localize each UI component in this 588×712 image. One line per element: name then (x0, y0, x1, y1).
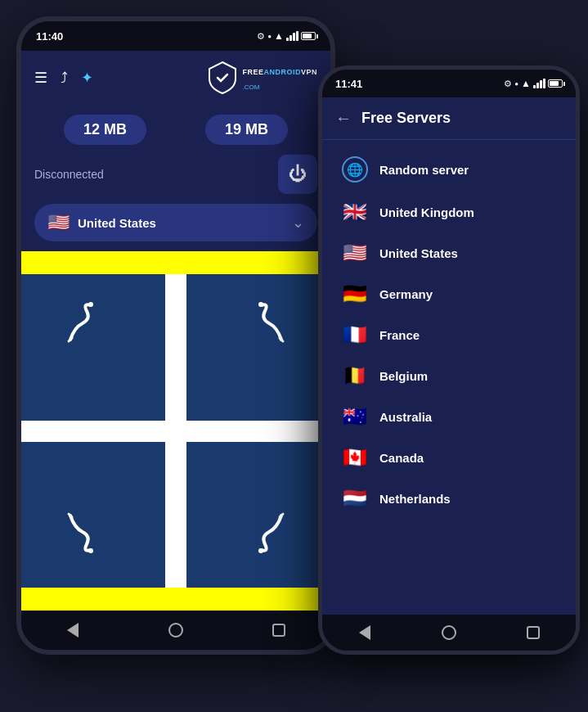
svg-point-2 (88, 548, 93, 553)
phone2-bottom-nav (322, 615, 576, 651)
nav-back-button[interactable] (61, 619, 84, 642)
flag-display (21, 251, 330, 611)
flag-stripe-top (21, 251, 330, 274)
phone2: 11:41 ⚙ ● ▲ ← Free Server (318, 65, 580, 655)
signal-icon (286, 31, 298, 41)
phone2-nav-back[interactable] (353, 621, 376, 644)
phone1: 11:40 ⚙ ● ▲ ☰ (16, 16, 335, 655)
chevron-down-icon: ⌄ (292, 214, 304, 232)
server-flag: 🇺🇸 (342, 241, 368, 264)
settings-icon2: ⚙ (504, 79, 512, 89)
servers-title: Free Servers (361, 110, 451, 127)
server-item[interactable]: 🇧🇪 Belgium (329, 356, 569, 395)
server-item[interactable]: 🇳🇱 Netherlands (329, 479, 569, 518)
wifi-icon2: ▲ (521, 78, 531, 89)
share-icon[interactable]: ⤴ (61, 70, 68, 87)
phone2-status-icons: ⚙ ● ▲ (504, 78, 563, 89)
cross-vertical (165, 274, 186, 588)
phone2-nav-home[interactable] (438, 621, 460, 644)
signal-icon2 (533, 79, 545, 88)
svg-point-0 (88, 302, 93, 307)
phone1-status-bar: 11:40 ⚙ ● ▲ (21, 21, 330, 51)
server-name: Netherlands (379, 492, 451, 506)
battery-icon2 (548, 79, 563, 88)
server-item[interactable]: 🇩🇪 Germany (329, 274, 569, 313)
home-icon (168, 623, 183, 638)
nav-recents-button[interactable] (267, 619, 290, 642)
server-name: Belgium (379, 369, 428, 383)
server-flag: 🇳🇱 (342, 487, 368, 510)
server-list: 🌐 Random server 🇬🇧 United Kingdom 🇺🇸 Uni… (322, 140, 576, 615)
phone1-bottom-nav (21, 611, 330, 650)
server-flag: 🇧🇪 (342, 364, 368, 387)
snake-bottom-right (240, 507, 290, 563)
svg-point-3 (258, 548, 263, 553)
globe-icon: 🌐 (342, 156, 368, 183)
server-item[interactable]: 🇬🇧 United Kingdom (329, 192, 569, 232)
phone1-app-content: ☰ ⤴ ✦ FREEANDROIDVPN .COM (21, 51, 330, 611)
phone2-time: 11:41 (335, 78, 362, 90)
back-arrow-icon[interactable]: ← (335, 109, 352, 128)
shield-logo (208, 61, 237, 95)
wifi-icon: ▲ (274, 30, 284, 42)
server-item[interactable]: 🇺🇸 United States (329, 233, 569, 273)
settings-icon: ⚙ (257, 31, 265, 42)
back-icon (67, 623, 79, 638)
dot-icon2: ● (514, 80, 518, 88)
server-item[interactable]: 🇨🇦 Canada (329, 438, 569, 477)
upload-stat: 19 MB (205, 115, 288, 145)
server-item[interactable]: 🇦🇺 Australia (329, 397, 569, 436)
phone2-nav-recents[interactable] (522, 621, 545, 644)
server-flag: 🇬🇧 (342, 201, 368, 223)
recents-icon (272, 624, 285, 637)
scene: 11:40 ⚙ ● ▲ ☰ (0, 0, 588, 712)
servers-header: ← Free Servers (322, 97, 576, 140)
server-name: Random server (379, 163, 469, 177)
server-name: France (379, 328, 420, 342)
connection-status: Disconnected (34, 168, 104, 181)
server-name: United States (379, 246, 458, 260)
logo-text: FREEANDROIDVPN .COM (242, 63, 317, 92)
home-icon2 (442, 625, 456, 640)
server-name: Canada (379, 451, 424, 465)
nav-home-button[interactable] (164, 619, 187, 642)
country-selector[interactable]: 🇺🇸 United States ⌄ (34, 204, 317, 241)
power-button[interactable]: ⏻ (278, 155, 317, 194)
download-stat: 12 MB (64, 115, 146, 145)
svg-point-1 (258, 302, 263, 307)
topbar-icons: ☰ ⤴ ✦ (34, 69, 93, 87)
server-name: Germany (379, 287, 433, 301)
phone1-time: 11:40 (36, 30, 63, 43)
server-item[interactable]: 🇫🇷 France (329, 315, 569, 354)
battery-icon (301, 32, 316, 40)
connection-row: Disconnected ⏻ (21, 151, 330, 204)
menu-icon[interactable]: ☰ (34, 69, 47, 87)
dot-icon: ● (267, 33, 272, 40)
back-icon2 (359, 625, 370, 640)
server-flag: 🇨🇦 (342, 446, 368, 469)
phone2-app-content: ← Free Servers 🌐 Random server 🇬🇧 United… (322, 97, 576, 615)
logo-area: FREEANDROIDVPN .COM (208, 61, 317, 95)
snake-bottom-left (62, 507, 111, 563)
phone2-status-bar: 11:41 ⚙ ● ▲ (322, 70, 576, 97)
flag-stripe-bottom (21, 588, 330, 611)
phone1-topbar: ☰ ⤴ ✦ FREEANDROIDVPN .COM (21, 51, 330, 105)
stats-row: 12 MB 19 MB (21, 105, 330, 151)
rate-icon[interactable]: ✦ (81, 69, 93, 87)
server-name: United Kingdom (379, 205, 474, 219)
recents-icon2 (527, 626, 540, 639)
server-flag: 🇩🇪 (342, 282, 368, 305)
country-flag: 🇺🇸 (47, 212, 70, 233)
power-icon: ⏻ (289, 164, 307, 185)
server-flag: 🇫🇷 (342, 323, 368, 346)
country-name: United States (78, 216, 284, 230)
server-item[interactable]: 🌐 Random server (329, 148, 569, 191)
snake-top-right (240, 299, 290, 354)
server-flag: 🇦🇺 (342, 405, 368, 428)
snake-top-left (62, 299, 111, 354)
phone1-status-icons: ⚙ ● ▲ (257, 30, 316, 42)
martinique-flag (21, 251, 330, 611)
server-name: Australia (379, 410, 432, 424)
